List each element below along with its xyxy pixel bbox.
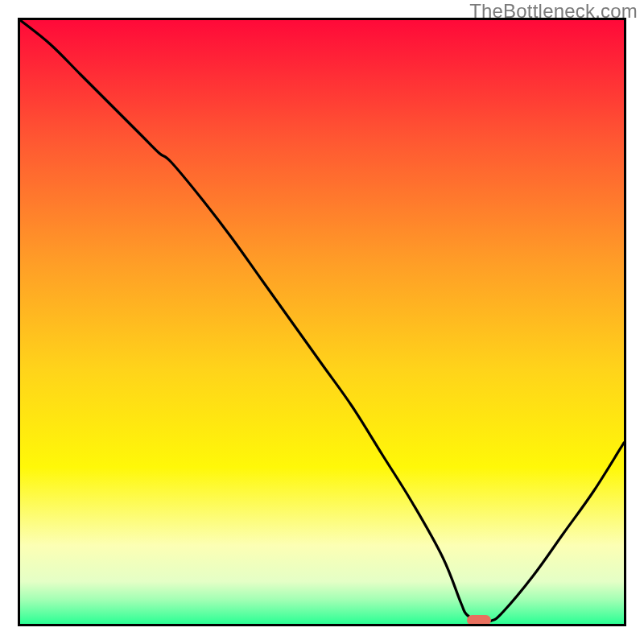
- gradient-background: [20, 20, 624, 624]
- svg-rect-0: [20, 20, 624, 624]
- plot-area: [18, 18, 626, 626]
- watermark-text: TheBottleneck.com: [469, 0, 638, 23]
- chart-container: TheBottleneck.com: [0, 0, 644, 644]
